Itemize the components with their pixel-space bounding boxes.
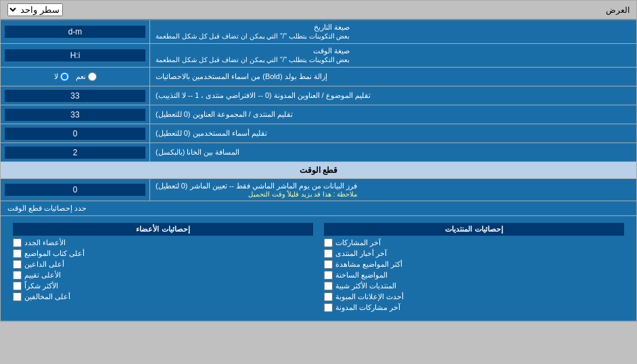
bold-remove-row: إزالة نمط بولد (Bold) من اسماء المستخدمي… [1, 68, 636, 86]
date-format-input[interactable] [5, 26, 145, 38]
forum-trim-label: تقليم المنتدى / المجموعة العناوين (0 للت… [149, 105, 636, 124]
limit-row: حدد إحصائيات قطع الوقت [1, 201, 636, 216]
header-label-right: العرض [606, 5, 630, 15]
realtime-input[interactable] [5, 184, 145, 196]
checkbox-item-3: أكثر المواضيع مشاهدة [324, 260, 624, 269]
col-space-row: المسافة بين الخانا (بالبكسل) [1, 143, 636, 162]
bold-radio-group: نعم لا [49, 70, 102, 84]
checkbox-new-members: الأعضاء الجدد [13, 238, 313, 247]
header-row: العرض سطر واحد سطرين ثلاثة أسطر [1, 1, 636, 20]
checkbox-cols: إحصائيات المنتديات آخر المشاركات آخر أخب… [7, 220, 630, 317]
checkbox-most-thanked-cb[interactable] [13, 282, 22, 290]
date-format-label: صيغة التاريخ بعض التكوينات يتطلب "/" الت… [149, 20, 636, 43]
checkbox-top-rated-cb[interactable] [13, 271, 22, 280]
checkbox-item-4: المواضيع الساخنة [324, 271, 624, 280]
bold-remove-label: إزالة نمط بولد (Bold) من اسماء المستخدمي… [149, 68, 636, 86]
col-space-input[interactable] [5, 147, 145, 159]
time-format-input[interactable] [5, 49, 145, 61]
checkbox-top-violators: أعلى المخالفين [13, 292, 313, 301]
checkbox-top-rated: الأعلى تقييم [13, 271, 313, 280]
forum-trim-input-container [1, 105, 149, 124]
topic-trim-input[interactable] [5, 90, 145, 102]
checkbox-item-5: المنتديات الأكثر شبية [324, 282, 624, 290]
date-format-input-container [1, 20, 149, 43]
checkbox-most-thanked: الأكثر شكراً [13, 282, 313, 290]
topic-trim-label: تقليم الموضوع / العناوين المدونة (0 -- ا… [149, 86, 636, 105]
member-stats-header: إحصائيات الأعضاء [13, 223, 313, 236]
forum-stats-header: إحصائيات المنتديات [324, 223, 624, 236]
forum-trim-row: تقليم المنتدى / المجموعة العناوين (0 للت… [1, 105, 636, 124]
checkbox-last-posts[interactable] [324, 238, 333, 247]
checkbox-forum-news[interactable] [324, 249, 333, 258]
checkbox-item-2: آخر أخبار المنتدى [324, 249, 624, 258]
checkbox-top-violators-cb[interactable] [13, 292, 22, 301]
username-trim-row: تقليم أسماء المستخدمين (0 للتعطيل) [1, 124, 636, 143]
time-format-input-container [1, 44, 149, 67]
checkbox-item-6: أحدث الإعلانات المبوبة [324, 292, 624, 301]
username-trim-label: تقليم أسماء المستخدمين (0 للتعطيل) [149, 124, 636, 142]
col-space-input-container [1, 143, 149, 161]
checkbox-hot-topics[interactable] [324, 271, 333, 280]
checkbox-classified-ads[interactable] [324, 292, 333, 301]
forum-stats-col: إحصائيات المنتديات آخر المشاركات آخر أخب… [318, 220, 630, 317]
display-select[interactable]: سطر واحد سطرين ثلاثة أسطر [7, 3, 63, 16]
forum-trim-input[interactable] [5, 109, 145, 121]
realtime-label: فرز البيانات من يوم الماشر الماشي فقط --… [149, 179, 636, 201]
checkbox-top-posters-cb[interactable] [13, 249, 22, 258]
topic-trim-row: تقليم الموضوع / العناوين المدونة (0 -- ا… [1, 86, 636, 105]
bold-no-radio[interactable] [60, 72, 69, 81]
col-space-label: المسافة بين الخانا (بالبكسل) [149, 143, 636, 161]
realtime-input-container [1, 179, 149, 201]
member-stats-col: إحصائيات الأعضاء الأعضاء الجدد أعلى كتاب… [7, 220, 318, 317]
checkbox-popular-forums[interactable] [324, 282, 333, 290]
checkbox-section: إحصائيات المنتديات آخر المشاركات آخر أخب… [1, 216, 636, 321]
checkbox-top-inviters: أعلى الداعين [13, 260, 313, 269]
checkbox-top-inviters-cb[interactable] [13, 260, 22, 269]
checkbox-item-7: آخر مشاركات المدونة [324, 303, 624, 312]
checkbox-most-viewed[interactable] [324, 260, 333, 269]
time-format-row: صيغة الوقت بعض التكوينات يتطلب "/" التي … [1, 44, 636, 68]
main-container: العرض سطر واحد سطرين ثلاثة أسطر صيغة الت… [0, 0, 637, 322]
date-format-row: صيغة التاريخ بعض التكوينات يتطلب "/" الت… [1, 20, 636, 44]
time-format-label: صيغة الوقت بعض التكوينات يتطلب "/" التي … [149, 44, 636, 67]
topic-trim-input-container [1, 86, 149, 105]
bold-yes-radio[interactable] [88, 72, 97, 81]
bold-no-label[interactable]: لا [54, 72, 69, 81]
realtime-row: فرز البيانات من يوم الماشر الماشي فقط --… [1, 179, 636, 201]
realtime-section-header: قطع الوقت [1, 162, 636, 179]
checkbox-blog-posts[interactable] [324, 303, 333, 312]
bold-yes-label[interactable]: نعم [76, 72, 97, 81]
bold-remove-radio-container: نعم لا [1, 68, 149, 86]
checkbox-new-members-cb[interactable] [13, 238, 22, 247]
checkbox-item-1: آخر المشاركات [324, 238, 624, 247]
checkbox-top-posters: أعلى كتاب المواضيع [13, 249, 313, 258]
username-trim-input-container [1, 124, 149, 142]
username-trim-input[interactable] [5, 128, 145, 140]
